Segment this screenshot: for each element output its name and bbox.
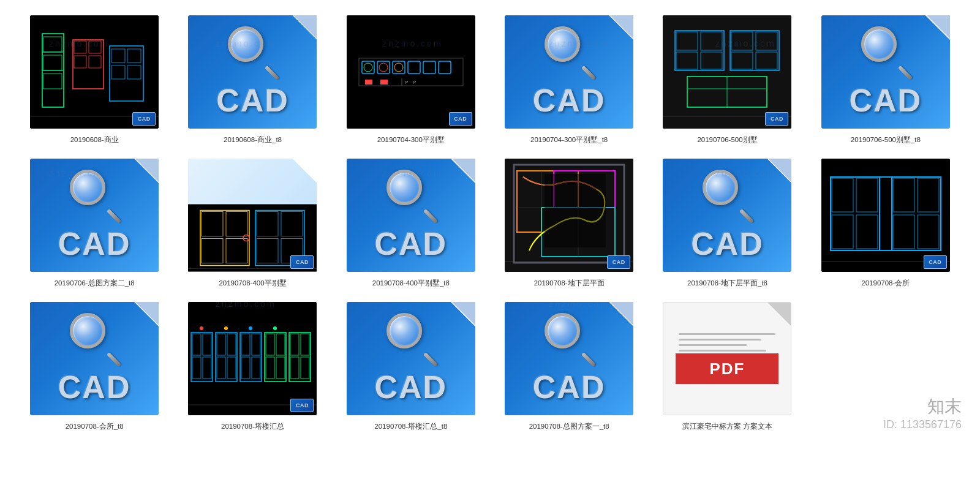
svg-rect-69 xyxy=(545,174,606,247)
cad-icon: CAD xyxy=(505,15,633,129)
file-label: 20190708-地下层平面_t8 xyxy=(687,279,767,288)
magnifier-icon xyxy=(70,313,119,362)
cad-label: CAD xyxy=(58,228,131,260)
magnifier-icon xyxy=(228,26,277,75)
file-item[interactable]: CAD 20190708-会所_t8 xyxy=(18,299,170,431)
preview-icon: CAD xyxy=(30,15,159,129)
file-item[interactable]: CAD 20190706-500别墅_t8 xyxy=(810,12,962,145)
cad-icon: CAD xyxy=(347,302,475,415)
cad-label: CAD xyxy=(374,228,447,260)
svg-point-114 xyxy=(249,326,252,330)
cad-label: CAD xyxy=(849,85,922,116)
svg-point-113 xyxy=(224,326,228,330)
cad-icon: CAD xyxy=(505,302,633,415)
pdf-red-bar: PDF xyxy=(676,353,778,384)
magnifier-icon xyxy=(703,170,752,219)
cad-badge: CAD xyxy=(132,112,156,126)
file-item[interactable]: CAD 20190708-总图方案一_t8 xyxy=(493,299,645,431)
svg-point-115 xyxy=(273,326,277,330)
cad-label: CAD xyxy=(533,85,606,116)
file-item[interactable]: CAD 20190708-塔楼汇总 xyxy=(176,299,328,431)
cad-label: CAD xyxy=(58,371,131,403)
preview-icon: CAD xyxy=(505,159,633,272)
file-label: 20190708-塔楼汇总 xyxy=(221,422,284,431)
brand-id: ID: 1133567176 xyxy=(883,418,962,431)
magnifier-icon xyxy=(545,313,594,362)
icon-wrapper: CAD xyxy=(185,156,320,275)
file-item[interactable]: CAD 20190708-400平别墅 xyxy=(176,156,328,288)
icon-wrapper: CAD xyxy=(660,12,794,132)
svg-rect-27 xyxy=(365,80,372,85)
file-item[interactable]: CAD 20190708-地下层平面_t8 xyxy=(651,156,803,288)
file-label: 20190708-会所_t8 xyxy=(66,422,124,431)
cad-icon: CAD xyxy=(663,159,791,272)
cad-badge: CAD xyxy=(924,255,947,269)
file-item[interactable]: CAD 20190608-商业_t8 xyxy=(176,12,328,145)
pdf-line xyxy=(679,344,747,346)
cad-label: CAD xyxy=(533,371,606,403)
file-item[interactable]: CAD 20190708-400平别墅_t8 xyxy=(335,156,487,288)
file-grid: CAD 20190608-商业 CAD 20190608-商业_t8 xyxy=(0,0,980,443)
pdf-line xyxy=(679,333,775,335)
file-label: 20190708-400平别墅 xyxy=(219,279,286,288)
icon-wrapper: CAD xyxy=(344,299,478,418)
file-label: 20190608-商业 xyxy=(70,135,119,145)
magnifier-icon xyxy=(545,26,594,75)
file-label: 滨江豪宅中标方案 方案文本 xyxy=(682,422,772,431)
pdf-lines xyxy=(679,333,775,355)
svg-rect-28 xyxy=(380,80,388,85)
cad-icon: CAD xyxy=(188,15,317,129)
file-label: 20190704-300平别墅_t8 xyxy=(530,135,608,145)
brand-name: 知末 xyxy=(883,395,962,418)
brand-watermark: 知末 ID: 1133567176 xyxy=(883,395,962,431)
icon-wrapper: CAD xyxy=(344,156,478,275)
preview-icon: CAD xyxy=(821,159,950,272)
icon-wrapper: CAD xyxy=(185,12,320,132)
svg-text:P: P xyxy=(413,80,416,85)
preview-icon: CAD xyxy=(188,302,317,415)
magnifier-icon xyxy=(70,170,119,219)
file-item[interactable]: CAD 20190704-300平别墅_t8 xyxy=(493,12,645,145)
file-item[interactable]: PDF 滨江豪宅中标方案 方案文本 xyxy=(651,299,803,431)
magnifier-icon xyxy=(386,313,435,362)
file-item[interactable]: CAD 20190706-500别墅 xyxy=(651,12,803,145)
preview-icon: P P CAD xyxy=(347,15,475,129)
icon-wrapper: CAD xyxy=(185,299,320,418)
file-label: 20190608-商业_t8 xyxy=(224,135,282,145)
cad-badge: CAD xyxy=(290,399,314,412)
cad-icon: CAD xyxy=(30,159,159,272)
file-item[interactable]: CAD 20190708-地下层平面 xyxy=(493,156,645,288)
file-label: 20190708-400平别墅_t8 xyxy=(372,279,450,288)
file-label: 20190706-总图方案二_t8 xyxy=(55,279,135,288)
icon-wrapper: CAD xyxy=(818,156,953,275)
icon-wrapper: CAD xyxy=(660,156,794,275)
cad-icon: CAD xyxy=(347,159,475,272)
cad-label: CAD xyxy=(374,371,447,403)
file-item[interactable]: CAD 20190708-塔楼汇总_t8 xyxy=(335,299,487,431)
cad-badge: CAD xyxy=(765,112,788,126)
file-item[interactable]: P P CAD 20190704-300平别墅 xyxy=(335,12,487,145)
icon-wrapper: CAD xyxy=(27,12,162,132)
svg-point-112 xyxy=(200,326,203,330)
icon-wrapper: CAD xyxy=(502,12,636,132)
file-item[interactable]: CAD 20190706-总图方案二_t8 xyxy=(18,156,170,288)
file-label: 20190706-500别墅_t8 xyxy=(851,135,921,145)
cad-badge: CAD xyxy=(607,255,630,269)
pdf-line xyxy=(679,339,761,341)
pdf-label: PDF xyxy=(709,360,745,378)
magnifier-icon xyxy=(861,26,910,75)
icon-wrapper: CAD xyxy=(27,156,162,275)
brand-cell: 知末 ID: 1133567176 xyxy=(810,299,962,431)
file-item[interactable]: CAD 20190708-会所 xyxy=(810,156,962,288)
cad-icon: CAD xyxy=(821,15,950,129)
cad-badge: CAD xyxy=(290,255,314,269)
file-label: 20190708-地下层平面 xyxy=(534,279,605,288)
icon-wrapper: PDF xyxy=(660,299,794,418)
file-label: 20190708-会所 xyxy=(861,279,910,288)
cad-badge: CAD xyxy=(449,112,472,126)
file-item[interactable]: CAD 20190608-商业 xyxy=(18,12,170,145)
icon-wrapper: CAD xyxy=(27,299,162,418)
cad-label: CAD xyxy=(691,228,764,260)
file-label: 20190706-500别墅 xyxy=(697,135,757,145)
icon-wrapper: CAD xyxy=(818,12,953,132)
